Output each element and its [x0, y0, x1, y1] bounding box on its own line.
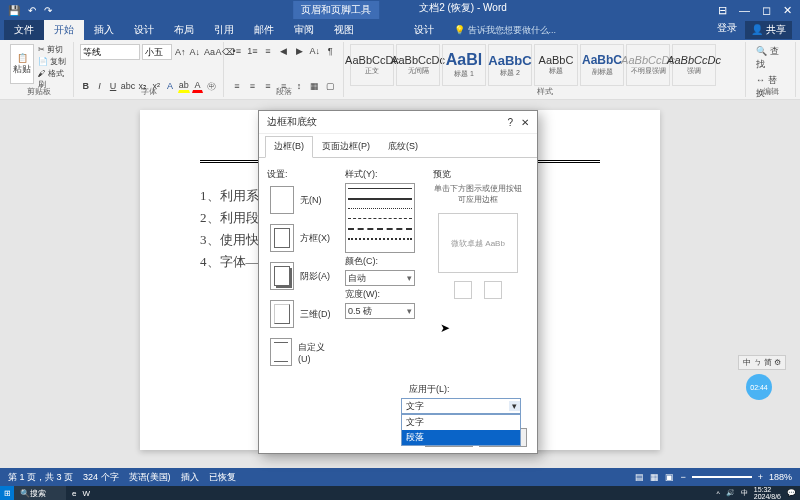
- zoom-slider[interactable]: [692, 476, 752, 478]
- login-link[interactable]: 登录: [717, 21, 737, 39]
- cut-button[interactable]: ✂ 剪切: [38, 44, 67, 55]
- start-button[interactable]: ⊞: [0, 486, 14, 500]
- dialog-help-icon[interactable]: ?: [507, 117, 513, 128]
- taskbar-word-icon[interactable]: W: [82, 489, 90, 498]
- applyto-option-paragraph[interactable]: 段落: [402, 430, 520, 445]
- setting-none[interactable]: 无(N): [267, 183, 337, 217]
- zoom-in-icon[interactable]: +: [758, 472, 763, 482]
- tray-ime[interactable]: 中: [741, 488, 748, 498]
- dialog-tab-border[interactable]: 边框(B): [265, 136, 313, 158]
- style-label: 样式(Y):: [345, 168, 425, 181]
- zoom-level[interactable]: 188%: [769, 472, 792, 482]
- view-web-icon[interactable]: ▣: [665, 472, 674, 482]
- window-minimize-icon[interactable]: —: [739, 4, 750, 17]
- style-nospacing[interactable]: AaBbCcDc无间隔: [396, 44, 440, 86]
- width-combobox[interactable]: 0.5 磅: [345, 303, 415, 319]
- multilevel-icon[interactable]: ≡: [261, 44, 275, 58]
- ime-floating-bar[interactable]: 中 ㄅ 简 ⚙: [738, 355, 786, 370]
- undo-icon[interactable]: ↶: [28, 5, 36, 16]
- applyto-option-text[interactable]: 文字: [402, 415, 520, 430]
- tab-contextual-design[interactable]: 设计: [404, 20, 444, 40]
- bullets-icon[interactable]: •≡: [230, 44, 244, 58]
- applyto-combobox[interactable]: 文字 文字 段落: [401, 398, 521, 414]
- decrease-indent-icon[interactable]: ◀: [277, 44, 291, 58]
- tab-layout[interactable]: 布局: [164, 20, 204, 40]
- setting-box[interactable]: 方框(X): [267, 221, 337, 255]
- contextual-tool-label: 页眉和页脚工具: [293, 1, 379, 19]
- tab-insert[interactable]: 插入: [84, 20, 124, 40]
- ribbon: 📋粘贴 ✂ 剪切 📄 复制 🖌 格式刷 剪贴板 A↑ A↓ Aa A⌫ B I …: [0, 40, 800, 100]
- find-button[interactable]: 🔍 查找: [752, 44, 789, 72]
- style-heading2[interactable]: AaBbC标题 2: [488, 44, 532, 86]
- group-label-clipboard: 剪贴板: [4, 86, 73, 97]
- dialog-tab-pageborder[interactable]: 页面边框(P): [313, 136, 379, 157]
- view-read-icon[interactable]: ▤: [635, 472, 644, 482]
- window-maximize-icon[interactable]: ◻: [762, 4, 771, 17]
- timer-badge[interactable]: 02:44: [746, 374, 772, 400]
- setting-shadow[interactable]: 阴影(A): [267, 259, 337, 293]
- taskbar-search[interactable]: 🔍 搜索: [14, 486, 66, 500]
- borders-shading-dialog: 边框和底纹 ? ✕ 边框(B) 页面边框(P) 底纹(S) 设置: 无(N) 方…: [258, 110, 538, 454]
- font-size-input[interactable]: [142, 44, 172, 60]
- save-icon[interactable]: 💾: [8, 5, 20, 16]
- applyto-dropdown: 文字 段落: [401, 414, 521, 446]
- color-combobox[interactable]: 自动: [345, 270, 415, 286]
- applyto-current[interactable]: 文字: [401, 398, 521, 414]
- tray-time[interactable]: 15:322024/8/6: [754, 486, 781, 500]
- paste-button[interactable]: 📋粘贴: [10, 44, 34, 84]
- style-title[interactable]: AaBbC标题: [534, 44, 578, 86]
- show-marks-icon[interactable]: ¶: [323, 44, 337, 58]
- dialog-tab-shading[interactable]: 底纹(S): [379, 136, 427, 157]
- share-button[interactable]: 👤 共享: [745, 21, 792, 39]
- ribbon-tabs: 文件 开始 插入 设计 布局 引用 邮件 审阅 视图 设计 💡 告诉我您想要做什…: [0, 20, 800, 40]
- line-style-list[interactable]: [345, 183, 415, 253]
- window-help-icon[interactable]: ⊟: [718, 4, 727, 17]
- window-close-icon[interactable]: ✕: [783, 4, 792, 17]
- setting-custom[interactable]: 自定义(U): [267, 335, 337, 369]
- tray-notifications-icon[interactable]: 💬: [787, 489, 796, 497]
- sort-icon[interactable]: A↓: [308, 44, 322, 58]
- zoom-out-icon[interactable]: −: [680, 472, 685, 482]
- tab-view[interactable]: 视图: [324, 20, 364, 40]
- shrink-font-icon[interactable]: A↓: [189, 45, 202, 59]
- dialog-close-icon[interactable]: ✕: [521, 117, 529, 128]
- status-insert[interactable]: 插入: [181, 471, 199, 484]
- style-heading1[interactable]: AaBl标题 1: [442, 44, 486, 86]
- status-recovered[interactable]: 已恢复: [209, 471, 236, 484]
- taskbar-edge-icon[interactable]: e: [72, 489, 76, 498]
- statusbar: 第 1 页，共 3 页 324 个字 英语(美国) 插入 已恢复 ▤ ▦ ▣ −…: [0, 468, 800, 486]
- redo-icon[interactable]: ↷: [44, 5, 52, 16]
- grow-font-icon[interactable]: A↑: [174, 45, 187, 59]
- styles-gallery[interactable]: AaBbCcDc正文 AaBbCcDc无间隔 AaBl标题 1 AaBbC标题 …: [350, 44, 739, 86]
- font-name-input[interactable]: [80, 44, 140, 60]
- style-subtle-emphasis[interactable]: AaBbCcDc不明显强调: [626, 44, 670, 86]
- view-print-icon[interactable]: ▦: [650, 472, 659, 482]
- tab-mailings[interactable]: 邮件: [244, 20, 284, 40]
- style-subtitle[interactable]: AaBbC副标题: [580, 44, 624, 86]
- copy-button[interactable]: 📄 复制: [38, 56, 67, 67]
- tab-design[interactable]: 设计: [124, 20, 164, 40]
- group-paragraph: •≡ 1≡ ≡ ◀ ▶ A↓ ¶ ≡ ≡ ≡ ≡ ↕ ▦ ▢ 段落: [224, 42, 344, 97]
- style-normal[interactable]: AaBbCcDc正文: [350, 44, 394, 86]
- status-page[interactable]: 第 1 页，共 3 页: [8, 471, 73, 484]
- group-styles: AaBbCcDc正文 AaBbCcDc无间隔 AaBl标题 1 AaBbC标题 …: [344, 42, 746, 97]
- preview-btn-bottom[interactable]: [484, 281, 502, 299]
- style-emphasis[interactable]: AaBbCcDc强调: [672, 44, 716, 86]
- group-editing: 🔍 查找 ↔ 替换 ▭ 选择 编辑: [746, 42, 796, 97]
- preview-btn-top[interactable]: [454, 281, 472, 299]
- tray-up-icon[interactable]: ^: [716, 490, 719, 497]
- status-words[interactable]: 324 个字: [83, 471, 119, 484]
- increase-indent-icon[interactable]: ▶: [292, 44, 306, 58]
- setting-3d[interactable]: 三维(D): [267, 297, 337, 331]
- preview-area[interactable]: 微软卓越 AaBb: [438, 213, 518, 273]
- tray-volume-icon[interactable]: 🔊: [726, 489, 735, 497]
- tab-file[interactable]: 文件: [4, 20, 44, 40]
- tell-me-box[interactable]: 💡 告诉我您想要做什么...: [454, 24, 556, 37]
- tab-review[interactable]: 审阅: [284, 20, 324, 40]
- tab-home[interactable]: 开始: [44, 20, 84, 40]
- document-title: 文档2 (恢复) - Word: [419, 1, 507, 19]
- numbering-icon[interactable]: 1≡: [246, 44, 260, 58]
- tab-references[interactable]: 引用: [204, 20, 244, 40]
- status-lang[interactable]: 英语(美国): [129, 471, 171, 484]
- change-case-icon[interactable]: Aa: [203, 45, 216, 59]
